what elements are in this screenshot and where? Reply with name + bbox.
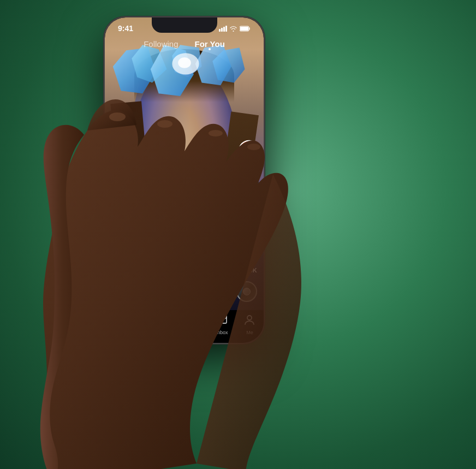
inbox-icon: [216, 313, 228, 329]
like-count: 1.1M: [242, 197, 255, 204]
notch: [152, 17, 217, 33]
sidebar-actions: + 1.1M: [239, 140, 259, 274]
spinning-record: [236, 281, 257, 302]
battery-icon: [240, 26, 251, 32]
video-caption: Never bored in the house: [111, 289, 234, 298]
home-label: Home: [112, 329, 126, 335]
add-button-inner: +: [177, 317, 200, 332]
creator-avatar: +: [239, 140, 259, 161]
record-center: [243, 288, 251, 295]
svg-rect-14: [217, 316, 227, 323]
nav-me-button[interactable]: Me: [243, 313, 255, 335]
discover-label: Discover: [142, 330, 161, 335]
record-disc: [236, 281, 257, 302]
me-label: Me: [246, 330, 253, 335]
nav-home-button[interactable]: ⌂ Home: [112, 314, 126, 335]
bottom-navigation: ⌂ Home Discover +: [105, 310, 264, 343]
effect-emoji: ⭐: [116, 265, 124, 274]
comment-icon: [243, 215, 255, 226]
status-time: 9:41: [118, 24, 133, 33]
music-label: Effect House · TikTok: [117, 300, 179, 307]
nav-inbox-button[interactable]: Inbox: [216, 313, 228, 335]
svg-point-11: [248, 219, 249, 221]
creator-avatar-container[interactable]: +: [239, 140, 259, 161]
comment-action[interactable]: 43.8K: [239, 210, 259, 239]
follow-plus-button[interactable]: +: [245, 156, 253, 161]
svg-point-10: [247, 219, 248, 221]
inbox-label: Inbox: [216, 330, 228, 335]
share-icon-circle: [239, 245, 259, 266]
me-icon: [243, 313, 255, 329]
nav-discover-button[interactable]: Discover: [142, 313, 161, 335]
svg-point-12: [250, 219, 251, 221]
like-icon-circle: [239, 175, 259, 196]
home-icon: ⌂: [116, 314, 123, 328]
comment-icon-circle: [239, 210, 259, 231]
effect-label: Your Effect: [127, 266, 156, 273]
share-count: 3.79K: [241, 267, 257, 274]
phone-screen: 9:41: [105, 17, 264, 343]
wifi-icon: [229, 26, 237, 32]
status-icons: [219, 26, 251, 32]
share-action[interactable]: 3.79K: [239, 245, 259, 274]
signal-icon: [219, 26, 227, 32]
music-info[interactable]: ♪ Effect House · TikTok: [111, 300, 234, 307]
music-note-icon: ♪: [111, 300, 115, 307]
nav-following[interactable]: Following: [144, 39, 178, 49]
svg-point-13: [147, 315, 155, 323]
like-action[interactable]: 1.1M: [239, 175, 259, 204]
phone-frame: 9:41: [104, 16, 265, 344]
top-navigation: Following For You: [105, 39, 264, 49]
svg-point-15: [247, 316, 252, 320]
effect-badge[interactable]: ⭐ Your Effect: [111, 264, 160, 275]
svg-rect-9: [240, 27, 248, 31]
share-icon: [243, 250, 255, 261]
add-button-visual: +: [177, 317, 200, 332]
discover-icon: [146, 313, 158, 329]
heart-icon: [243, 180, 255, 191]
nav-add-button[interactable]: +: [177, 317, 200, 332]
nav-for-you[interactable]: For You: [195, 39, 225, 49]
video-info: ⭐ Your Effect @You Never bored in the ho…: [111, 264, 234, 307]
creator-username[interactable]: @You: [111, 278, 234, 288]
comment-count: 43.8K: [241, 232, 257, 239]
